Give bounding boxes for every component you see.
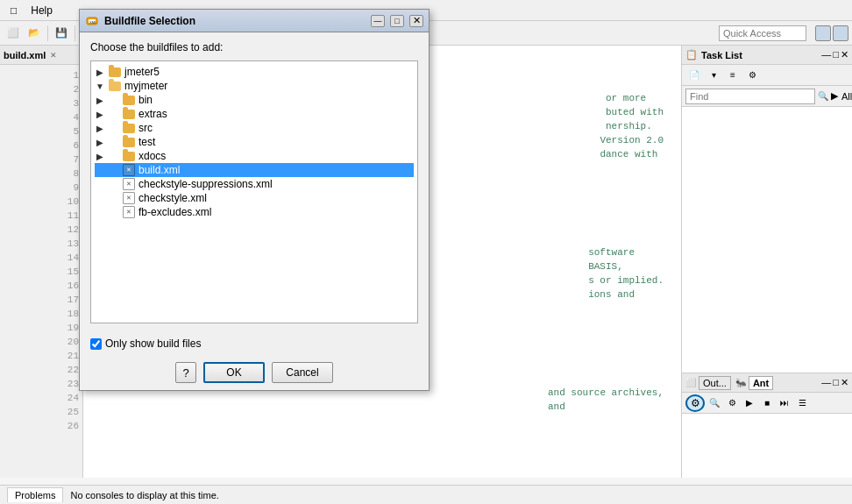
tree-label: fb-excludes.xml [138, 206, 211, 218]
tree-toggle[interactable]: ▶ [95, 124, 105, 133]
dialog-title: Buildfile Selection [104, 15, 366, 27]
tree-label-build-xml: build.xml [138, 164, 180, 176]
tree-label: extras [138, 108, 167, 120]
build-xml-icon: ✕ [123, 164, 135, 176]
svg-text:XML: XML [89, 20, 97, 25]
tree-label: xdocs [138, 150, 166, 162]
ide-window: □ Help ⬜ 📂 💾 ⬅ ▾ ➡ ▾ build.xml ✕ 1 [0, 0, 852, 504]
fb-excludes-icon: ✕ [123, 206, 135, 218]
tree-item-fb-excludes[interactable]: ▶ ✕ fb-excludes.xml [95, 205, 414, 219]
tree-item-bin[interactable]: ▶ bin [95, 93, 414, 107]
tree-label: test [138, 136, 155, 148]
only-build-files-label: Only show build files [105, 337, 201, 350]
folder-icon-bin [123, 96, 135, 105]
dialog-icon: XML [85, 14, 99, 28]
tree-label: jmeter5 [124, 66, 160, 78]
tree-item-myjmeter[interactable]: ▼ myjmeter [95, 79, 414, 93]
tree-item-checkstyle-supp[interactable]: ▶ ✕ checkstyle-suppressions.xml [95, 177, 414, 191]
only-build-files-checkbox-label[interactable]: Only show build files [90, 337, 201, 350]
folder-icon-test [123, 138, 135, 147]
dialog-help-btn[interactable]: ? [175, 362, 196, 383]
dialog-prompt: Choose the buildfiles to add: [90, 41, 418, 53]
tree-item-src[interactable]: ▶ src [95, 121, 414, 135]
tree-label: checkstyle-suppressions.xml [138, 178, 273, 190]
only-build-files-checkbox[interactable] [90, 338, 102, 350]
tree-label: src [138, 122, 153, 134]
tree-item-build-xml[interactable]: ▶ ✕ build.xml [95, 163, 414, 177]
checkstyle-icon: ✕ [123, 192, 135, 204]
tree-toggle[interactable]: ▶ [95, 110, 105, 119]
tree-label: bin [138, 94, 153, 106]
dialog-footer: Only show build files [80, 332, 429, 355]
dialog-minimize-btn[interactable]: — [371, 15, 385, 27]
folder-icon-jmeter5 [109, 67, 121, 77]
tree-toggle[interactable]: ▶ [95, 96, 105, 105]
tree-toggle[interactable]: ▶ [95, 67, 105, 77]
dialog-maximize-btn[interactable]: □ [390, 15, 404, 27]
tree-item-jmeter5[interactable]: ▶ jmeter5 [95, 65, 414, 79]
dialog-cancel-btn[interactable]: Cancel [272, 362, 333, 383]
folder-icon-src [123, 124, 135, 133]
folder-icon-extras [123, 110, 135, 119]
tree-item-xdocs[interactable]: ▶ xdocs [95, 149, 414, 163]
tree-toggle[interactable]: ▶ [95, 138, 105, 147]
tree-item-checkstyle[interactable]: ▶ ✕ checkstyle.xml [95, 191, 414, 205]
folder-icon-myjmeter [109, 82, 121, 91]
dialog-body: Choose the buildfiles to add: ▶ jmeter5 [80, 32, 429, 332]
tree-label-myjmeter: myjmeter [124, 80, 167, 92]
dialog-titlebar: XML Buildfile Selection — □ ✕ [80, 10, 429, 32]
tree-toggle-myjmeter[interactable]: ▼ [95, 82, 105, 91]
ant-build-icon: XML [86, 15, 98, 27]
dialog-close-btn[interactable]: ✕ [409, 15, 423, 27]
tree-toggle[interactable]: ▶ [95, 152, 105, 161]
tree-item-test[interactable]: ▶ test [95, 135, 414, 149]
modal-overlay: XML Buildfile Selection — □ ✕ Choose the… [0, 0, 852, 504]
buildfile-selection-dialog: XML Buildfile Selection — □ ✕ Choose the… [79, 9, 430, 391]
tree-label: checkstyle.xml [138, 192, 207, 204]
checkstyle-supp-icon: ✕ [123, 178, 135, 190]
tree-item-extras[interactable]: ▶ extras [95, 107, 414, 121]
folder-icon-xdocs [123, 152, 135, 161]
dialog-ok-btn[interactable]: OK [203, 362, 265, 383]
file-tree[interactable]: ▶ jmeter5 ▼ myjmeter [90, 60, 418, 323]
dialog-buttons: ? OK Cancel [80, 355, 429, 390]
